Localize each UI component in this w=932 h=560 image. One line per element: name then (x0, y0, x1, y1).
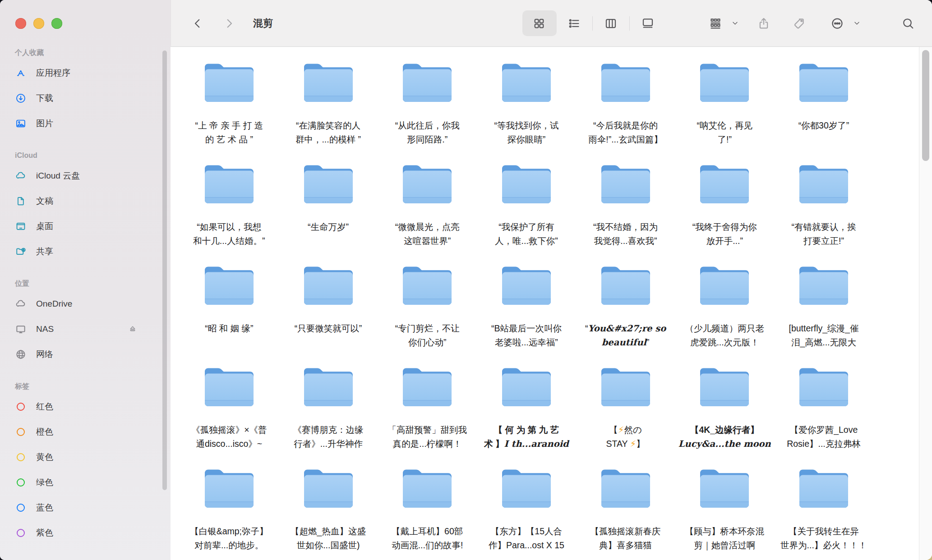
sidebar-item-icloud-drive[interactable]: iCloud 云盘 (15, 163, 171, 188)
group-chevron-down-icon[interactable] (729, 0, 741, 46)
sidebar-item-tag-green[interactable]: 绿色 (15, 470, 171, 495)
folder-label: “我终于舍得为你 放开手...” (692, 220, 757, 248)
share-button[interactable] (751, 0, 776, 46)
sidebar-item-shared[interactable]: 共享 (15, 239, 171, 264)
sidebar-item-applications[interactable]: 应用程序 (15, 60, 171, 86)
folder-item[interactable]: “生命万岁” (279, 161, 378, 263)
folder-item[interactable]: 【白银&amp;弥子】 对前辈...的地步。 (180, 466, 279, 560)
folder-item[interactable]: 【⚡然の STAY ⚡】 (576, 364, 675, 466)
forward-button[interactable] (217, 0, 242, 46)
folder-item[interactable]: “有错就要认，挨 打要立正!” (774, 161, 873, 263)
folder-icon (302, 60, 355, 104)
folder-label: 【戴上耳机】60部 动画混...们的故事! (392, 524, 463, 552)
sidebar-item-downloads[interactable]: 下载 (15, 86, 171, 111)
display-icon (15, 323, 27, 335)
sidebar-item-documents[interactable]: 文稿 (15, 188, 171, 214)
folder-item[interactable]: “等我找到你，试 探你眼睛” (477, 60, 576, 161)
sidebar-item-network[interactable]: 网络 (15, 342, 171, 367)
window-controls (15, 18, 62, 29)
folder-item[interactable]: 【 何 为 第 九 艺 术 】I th...aranoid (477, 364, 576, 466)
back-button[interactable] (185, 0, 210, 46)
folder-item[interactable]: 【关于我转生在异 世界为...】必火！！！ (774, 466, 873, 560)
shared-icon (15, 246, 27, 257)
folder-icon (797, 364, 850, 408)
folder-item[interactable]: 【4K_边缘行者】 Lucy&a...the moon (675, 364, 774, 466)
folder-item[interactable]: “我不结婚，因为 我觉得...喜欢我” (576, 161, 675, 263)
folder-item[interactable]: “在满脸笑容的人 群中，...的模样 ” (279, 60, 378, 161)
view-list-button[interactable] (562, 0, 587, 46)
sidebar-section-header: 标签 (15, 379, 171, 394)
sidebar-item-tag-purple[interactable]: 紫色 (15, 520, 171, 546)
sidebar-scrollbar[interactable] (162, 50, 167, 490)
sidebar-item-label: 共享 (36, 246, 53, 257)
more-chevron-down-icon[interactable] (850, 0, 863, 46)
folder-item[interactable]: “呐艾伦，再见 了!” (675, 60, 774, 161)
group-button[interactable] (703, 0, 728, 46)
sidebar-item-tag-blue[interactable]: 蓝色 (15, 495, 171, 520)
folder-icon (599, 161, 652, 205)
folder-item[interactable]: “上 帝 亲 手 打 造 的 艺 术 品 ” (180, 60, 279, 161)
folder-label: 【白银&amp;弥子】 对前辈...的地步。 (190, 524, 268, 552)
folder-item[interactable]: “从此往后，你我 形同陌路.” (378, 60, 477, 161)
sidebar-item-tag-orange[interactable]: 橙色 (15, 419, 171, 445)
folder-icon (599, 263, 652, 307)
finder-window: 个人收藏 应用程序 下载 图片 iCloud iCloud 云盘 文稿 桌面 共… (0, 0, 932, 560)
folder-item[interactable]: 「高甜预警」甜到我 真的是...柠檬啊！ (378, 364, 477, 466)
eject-icon[interactable] (128, 324, 138, 334)
folder-item[interactable]: “今后我就是你的 雨伞!”...玄武国篇】 (576, 60, 675, 161)
folder-item[interactable]: “我终于舍得为你 放开手...” (675, 161, 774, 263)
sidebar-item-onedrive[interactable]: OneDrive (15, 291, 171, 317)
dot-icon (15, 527, 27, 539)
folder-item[interactable]: 【超燃_热血】这盛 世如你...国盛世) (279, 466, 378, 560)
folder-item[interactable]: “你都30岁了” (774, 60, 873, 161)
tag-button[interactable] (786, 0, 812, 46)
folder-item[interactable]: 【东方】【15人合 作】Para...ost X 15 (477, 466, 576, 560)
folder-item[interactable]: 《赛博朋克：边缘 行者》...升华神作 (279, 364, 378, 466)
view-gallery-button[interactable] (635, 0, 660, 46)
folder-icon (401, 364, 454, 408)
cloud-icon (15, 170, 27, 182)
folder-icon (500, 263, 553, 307)
sidebar-item-tag-yellow[interactable]: 黄色 (15, 445, 171, 470)
folder-item[interactable]: “You&#x27;re so beautiful” (576, 263, 675, 364)
folder-item[interactable]: （少儿频道）两只老 虎爱跳...次元版！ (675, 263, 774, 364)
folder-icon (599, 60, 652, 104)
folder-label-segment: ” (646, 337, 650, 347)
view-columns-button[interactable] (598, 0, 623, 46)
content-scrollbar-thumb[interactable] (922, 50, 929, 161)
screenshot-stage: 个人收藏 应用程序 下载 图片 iCloud iCloud 云盘 文稿 桌面 共… (0, 0, 932, 560)
download-icon (15, 92, 27, 104)
view-icons-button[interactable] (526, 0, 552, 46)
folder-label: “B站最后一次叫你 老婆啦...远幸福” (491, 321, 562, 349)
folder-icon (599, 364, 652, 408)
content-scrollbar-track[interactable] (919, 47, 932, 560)
folder-item[interactable]: “昭 和 姻 缘” (180, 263, 279, 364)
folder-label-segment: “今后我就是你的 雨伞!”...玄武国篇】 (588, 120, 663, 144)
folder-item[interactable]: 【孤独摇滚新春庆 典】喜多猫猫 (576, 466, 675, 560)
minimize-button[interactable] (33, 18, 44, 29)
sidebar-item-label: 紫色 (36, 527, 53, 539)
sidebar-item-tag-red[interactable]: 红色 (15, 394, 171, 419)
folder-item[interactable]: “我保护了所有 人，唯...救下你” (477, 161, 576, 263)
folder-item[interactable]: “只要微笑就可以” (279, 263, 378, 364)
search-button[interactable] (895, 0, 921, 46)
sidebar-item-pictures[interactable]: 图片 (15, 111, 171, 136)
folder-item[interactable]: 【顾与】桥本环奈混 剪｜她曾活过啊 (675, 466, 774, 560)
more-actions-button[interactable] (825, 0, 850, 46)
folder-item[interactable]: “B站最后一次叫你 老婆啦...远幸福” (477, 263, 576, 364)
close-button[interactable] (15, 18, 26, 29)
folder-label: “如果可以，我想 和十几...人结婚。” (193, 220, 265, 248)
folder-item[interactable]: 【戴上耳机】60部 动画混...们的故事! (378, 466, 477, 560)
sidebar-item-nas[interactable]: NAS (15, 317, 171, 342)
zoom-button[interactable] (51, 18, 62, 29)
folder-icon (500, 60, 553, 104)
folder-item[interactable]: 【爱你罗茜_Love Rosie】...克拉弗林 (774, 364, 873, 466)
folder-item[interactable]: “如果可以，我想 和十几...人结婚。” (180, 161, 279, 263)
sidebar-item-desktop[interactable]: 桌面 (15, 214, 171, 239)
folder-icon (698, 60, 751, 104)
folder-item[interactable]: [butterfly_综漫_催 泪_高燃...无限大 (774, 263, 873, 364)
folder-item[interactable]: 《孤独摇滚》×《普 通disco...isco》~ (180, 364, 279, 466)
folder-item[interactable]: “微微晨光，点亮 这喧嚣世界” (378, 161, 477, 263)
folder-item[interactable]: “专门剪烂，不让 你们心动” (378, 263, 477, 364)
folder-icon (302, 466, 355, 510)
